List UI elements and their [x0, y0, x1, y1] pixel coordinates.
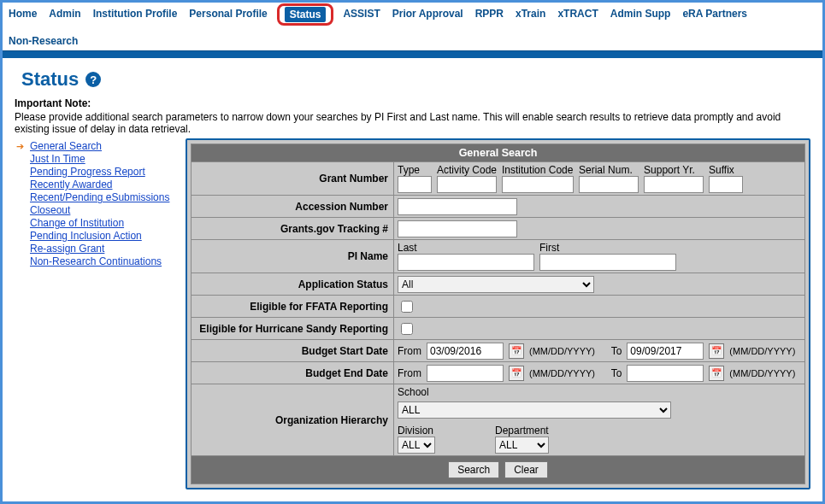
ffata-checkbox[interactable] [401, 301, 413, 313]
nav-assist[interactable]: ASSIST [342, 6, 380, 23]
sidebar-item-pending-progress[interactable]: Pending Progress Report [30, 166, 145, 178]
nav-xtract[interactable]: xTRACT [557, 6, 598, 23]
label-suffix: Suffix [709, 164, 743, 176]
label-pi-first: First [539, 242, 676, 254]
pi-last-input[interactable] [398, 254, 534, 271]
clear-button[interactable]: Clear [504, 461, 548, 478]
date-hint: (MM/DD/YYYY) [529, 346, 595, 356]
date-hint: (MM/DD/YYYY) [529, 368, 595, 378]
label-org: Organization Hierarchy [192, 384, 393, 455]
sidebar-item-closeout[interactable]: Closeout [30, 204, 70, 216]
note-title: Important Note: [15, 97, 810, 109]
grant-institution-input[interactable] [502, 176, 574, 193]
nav-home[interactable]: Home [8, 6, 38, 23]
label-hurricane: Eligible for Hurricane Sandy Reporting [192, 318, 393, 339]
sidebar-item-nonresearch-cont[interactable]: Non-Research Continuations [30, 255, 162, 267]
nav-admin[interactable]: Admin [48, 6, 81, 23]
budget-start-to-input[interactable] [627, 343, 704, 360]
label-support: Support Yr. [644, 164, 704, 176]
search-panel: General Search Grant Number Type Activit… [186, 138, 810, 489]
label-serial: Serial Num. [579, 164, 639, 176]
grant-suffix-input[interactable] [709, 176, 743, 193]
label-institution: Institution Code [502, 164, 574, 176]
sidebar-item-general-search[interactable]: General Search [30, 140, 102, 152]
calendar-icon[interactable]: 📅 [709, 343, 724, 359]
label-grant-number: Grant Number [192, 162, 393, 195]
note-body: Please provide additional search paramet… [15, 111, 810, 135]
label-tracking: Grants.gov Tracking # [192, 218, 393, 239]
help-icon[interactable]: ? [85, 72, 101, 87]
label-budget-end: Budget End Date [192, 362, 393, 384]
grant-serial-input[interactable] [579, 176, 639, 193]
nav-era-partners[interactable]: eRA Partners [681, 6, 748, 23]
label-to: To [611, 367, 622, 379]
arrow-icon: ➔ [16, 141, 27, 152]
page-title: Status [21, 68, 79, 91]
budget-end-to-input[interactable] [627, 365, 704, 382]
nav-status[interactable]: Status [285, 7, 327, 22]
date-hint: (MM/DD/YYYY) [729, 368, 795, 378]
sidebar: ➔General Search Just In Time Pending Pro… [15, 138, 180, 489]
pi-first-input[interactable] [539, 254, 676, 271]
label-app-status: Application Status [192, 273, 393, 295]
accession-input[interactable] [398, 198, 517, 215]
label-budget-start: Budget Start Date [192, 340, 393, 361]
label-department: Department [495, 425, 549, 437]
calendar-icon[interactable]: 📅 [709, 366, 724, 381]
sidebar-item-recent-pending-esub[interactable]: Recent/Pending eSubmissions [30, 191, 169, 203]
sidebar-item-change-institution[interactable]: Change of Institution [30, 217, 124, 229]
label-pi-name: PI Name [192, 240, 393, 273]
school-select[interactable]: ALL [398, 401, 671, 419]
sidebar-item-reassign-grant[interactable]: Re-assign Grant [30, 243, 104, 255]
label-type: Type [398, 164, 432, 176]
panel-title: General Search [192, 144, 804, 162]
search-button[interactable]: Search [448, 461, 499, 478]
sidebar-item-pending-inclusion[interactable]: Pending Inclusion Action [30, 230, 142, 242]
label-division: Division [398, 425, 435, 437]
label-to: To [611, 345, 622, 357]
nav-xtrain[interactable]: xTrain [515, 6, 546, 23]
nav-divider [3, 50, 822, 58]
tracking-input[interactable] [398, 220, 517, 237]
budget-end-from-input[interactable] [427, 365, 504, 382]
nav-non-research[interactable]: Non-Research [8, 33, 79, 49]
nav-admin-supp[interactable]: Admin Supp [610, 6, 672, 23]
label-accession: Accession Number [192, 196, 393, 217]
calendar-icon[interactable]: 📅 [509, 366, 524, 381]
sidebar-item-just-in-time[interactable]: Just In Time [30, 153, 85, 165]
label-from: From [398, 367, 421, 379]
grant-activity-input[interactable] [437, 176, 497, 193]
top-nav: Home Admin Institution Profile Personal … [3, 3, 822, 50]
nav-institution-profile[interactable]: Institution Profile [92, 6, 179, 23]
nav-status-highlight: Status [277, 3, 334, 26]
nav-prior-approval[interactable]: Prior Approval [392, 6, 464, 23]
date-hint: (MM/DD/YYYY) [729, 346, 795, 356]
label-ffata: Eligible for FFATA Reporting [192, 296, 393, 317]
calendar-icon[interactable]: 📅 [509, 343, 524, 359]
app-status-select[interactable]: All [398, 276, 594, 293]
nav-rppr[interactable]: RPPR [474, 6, 504, 23]
hurricane-checkbox[interactable] [401, 323, 413, 335]
department-select[interactable]: ALL [495, 437, 549, 454]
budget-start-from-input[interactable] [427, 343, 504, 360]
label-from: From [398, 345, 421, 357]
grant-support-input[interactable] [644, 176, 704, 193]
division-select[interactable]: ALL [398, 437, 435, 454]
label-pi-last: Last [398, 242, 534, 254]
nav-personal-profile[interactable]: Personal Profile [188, 6, 268, 23]
sidebar-item-recently-awarded[interactable]: Recently Awarded [30, 179, 113, 190]
label-activity: Activity Code [437, 164, 497, 176]
label-school: School [398, 386, 429, 398]
grant-type-input[interactable] [398, 176, 432, 193]
